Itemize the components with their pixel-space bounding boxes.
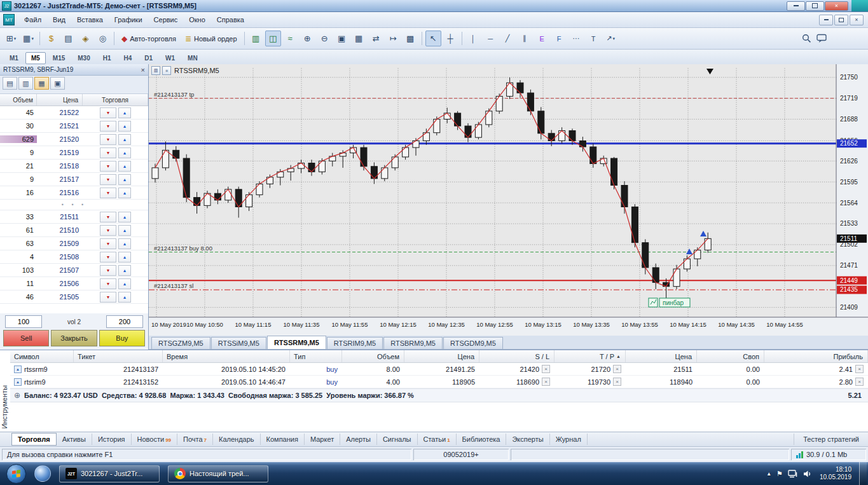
tf-h4[interactable]: H4 bbox=[118, 52, 138, 64]
fibonacci-icon[interactable]: F bbox=[551, 31, 567, 46]
col-price[interactable]: Цена bbox=[404, 350, 479, 362]
tf-m1[interactable]: M1 bbox=[4, 52, 24, 64]
lot-input-2[interactable] bbox=[106, 315, 143, 328]
menu-charts[interactable]: Графики bbox=[109, 13, 148, 26]
tf-d1[interactable]: D1 bbox=[139, 52, 158, 64]
tab-trade[interactable]: Торговля bbox=[11, 433, 57, 446]
hidden-icons-button[interactable]: ▲ bbox=[766, 471, 771, 477]
tf-h1[interactable]: H1 bbox=[97, 52, 117, 64]
close-position-x-button[interactable]: × bbox=[855, 365, 864, 373]
tab-library[interactable]: Библиотека bbox=[457, 434, 507, 445]
profiles-icon[interactable]: ▦▾ bbox=[20, 31, 36, 46]
volume-icon[interactable] bbox=[803, 470, 812, 478]
lot-input-1[interactable] bbox=[5, 315, 42, 328]
arrange-windows-icon[interactable]: ▦ bbox=[351, 31, 367, 46]
tf-m30[interactable]: M30 bbox=[72, 52, 95, 64]
trade-up-button[interactable]: ▴ bbox=[118, 252, 131, 263]
menu-window[interactable]: Окно bbox=[183, 13, 211, 26]
action-center-icon[interactable]: ⚑ bbox=[776, 470, 783, 478]
trade-dropdown-button[interactable]: ▾ bbox=[100, 134, 116, 145]
chat-icon[interactable] bbox=[816, 34, 827, 43]
trade-up-button[interactable]: ▴ bbox=[118, 188, 131, 198]
trade-up-button[interactable]: ▴ bbox=[118, 134, 131, 145]
tf-m5[interactable]: M5 bbox=[25, 52, 46, 64]
trade-dropdown-button[interactable]: ▾ bbox=[100, 292, 116, 303]
trade-dropdown-button[interactable]: ▾ bbox=[100, 265, 116, 276]
tab-history[interactable]: История bbox=[92, 434, 132, 445]
auto-trading-button[interactable]: ◆ Авто-торговля bbox=[117, 32, 181, 45]
strategy-tester-tab[interactable]: Тестер стратегий bbox=[794, 434, 868, 445]
chart-tab-active[interactable]: RTSSRM9,M5 bbox=[267, 336, 326, 349]
maximize-button[interactable] bbox=[806, 1, 824, 11]
child-restore-button[interactable] bbox=[834, 15, 848, 25]
tf-m15[interactable]: M15 bbox=[47, 52, 71, 64]
tab-assets[interactable]: Активы bbox=[57, 434, 92, 445]
tab-company[interactable]: Компания bbox=[261, 434, 305, 445]
menu-file[interactable]: Файл bbox=[18, 13, 47, 26]
grid-icon[interactable]: ▩ bbox=[403, 31, 418, 46]
tile-windows-icon[interactable]: ▣ bbox=[334, 31, 350, 46]
candlestick-chart-icon[interactable]: ◫ bbox=[265, 31, 281, 46]
trade-up-button[interactable]: ▴ bbox=[118, 225, 131, 236]
dom-book-icon[interactable]: ▣ bbox=[50, 77, 65, 90]
close-position-button[interactable]: Закрыть bbox=[51, 330, 97, 346]
chart-area[interactable]: ▥ ≡ RTSSRM9,M5 10 May 201910 May 10:5010… bbox=[149, 64, 868, 336]
sell-button[interactable]: Sell bbox=[3, 330, 49, 346]
trade-up-button[interactable]: ▴ bbox=[118, 278, 131, 289]
dom-trading-mode-icon[interactable]: ▦ bbox=[34, 77, 49, 90]
tab-calendar[interactable]: Календарь bbox=[213, 434, 261, 445]
taskbar-item-mt5[interactable]: J2T 3021267 - Just2Tr... bbox=[59, 465, 160, 482]
taskbar-clock[interactable]: 18:1010.05.2019 bbox=[820, 466, 851, 481]
col-time[interactable]: Время bbox=[163, 350, 290, 362]
market-watch-icon[interactable]: $ bbox=[43, 31, 59, 46]
trade-dropdown-button[interactable]: ▾ bbox=[100, 107, 116, 118]
toolbox-icon[interactable]: ◎ bbox=[95, 31, 111, 46]
tab-experts[interactable]: Эксперты bbox=[506, 434, 549, 445]
dom-ask-row[interactable]: 62921520▾▴ bbox=[0, 133, 148, 146]
trade-up-button[interactable]: ▴ bbox=[118, 147, 131, 158]
remove-tp-button[interactable]: × bbox=[613, 365, 621, 373]
dom-bid-row[interactable]: 6321509▾▴ bbox=[0, 237, 148, 250]
trade-dropdown-button[interactable]: ▾ bbox=[100, 147, 116, 158]
trade-up-button[interactable]: ▴ bbox=[118, 238, 131, 249]
trade-up-button[interactable]: ▴ bbox=[118, 107, 131, 118]
dom-bid-row[interactable]: 1121506▾▴ bbox=[0, 277, 148, 290]
trade-dropdown-button[interactable]: ▾ bbox=[100, 252, 116, 263]
trade-up-button[interactable]: ▴ bbox=[118, 292, 131, 303]
text-icon[interactable]: T bbox=[586, 31, 602, 46]
close-position-x-button[interactable]: × bbox=[855, 378, 864, 386]
dom-ask-row[interactable]: 921519▾▴ bbox=[0, 146, 148, 160]
col-profit[interactable]: Прибыль bbox=[764, 350, 868, 362]
remove-tp-button[interactable]: × bbox=[613, 378, 621, 386]
network-icon[interactable] bbox=[788, 470, 798, 478]
child-minimize-button[interactable] bbox=[819, 15, 833, 25]
chart-shift-icon[interactable]: ⇄ bbox=[368, 31, 384, 46]
navigator-icon[interactable]: ◈ bbox=[78, 31, 93, 46]
trade-dropdown-button[interactable]: ▾ bbox=[100, 188, 116, 198]
position-row[interactable]: ▲rtsrim9 212413152 2019.05.10 14:46:47 b… bbox=[10, 376, 868, 388]
trade-dropdown-button[interactable]: ▾ bbox=[100, 121, 116, 132]
trendline-icon[interactable]: ╱ bbox=[500, 31, 516, 46]
start-button[interactable] bbox=[6, 464, 26, 484]
dom-view1-icon[interactable]: ▤ bbox=[3, 77, 17, 90]
remove-sl-button[interactable]: × bbox=[542, 365, 550, 373]
quick-launch-browser-icon[interactable] bbox=[34, 465, 51, 482]
tab-signals[interactable]: Сигналы bbox=[377, 434, 418, 445]
elliott-icon[interactable]: E bbox=[534, 31, 550, 46]
horizontal-line-icon[interactable]: ─ bbox=[483, 31, 499, 46]
trade-dropdown-button[interactable]: ▾ bbox=[100, 278, 116, 289]
tf-w1[interactable]: W1 bbox=[160, 52, 181, 64]
dom-bid-row[interactable]: 421508▾▴ bbox=[0, 250, 148, 264]
cursor-icon[interactable]: ↖ bbox=[425, 31, 441, 46]
menu-view[interactable]: Вид bbox=[47, 13, 71, 26]
tab-market[interactable]: Маркет bbox=[305, 434, 340, 445]
search-icon[interactable] bbox=[802, 34, 811, 43]
taskbar-item-chrome[interactable]: Настоящий трей... bbox=[168, 465, 268, 482]
channel-icon[interactable]: ∥ bbox=[517, 31, 533, 46]
menu-insert[interactable]: Вставка bbox=[71, 13, 109, 26]
trade-dropdown-button[interactable]: ▾ bbox=[100, 174, 116, 185]
line-chart-icon[interactable]: ≈ bbox=[282, 31, 298, 46]
trade-dropdown-button[interactable]: ▾ bbox=[100, 238, 116, 249]
dom-bid-row[interactable]: 4621505▾▴ bbox=[0, 290, 148, 304]
chart-tab[interactable]: RTSGDM9,M5 bbox=[443, 337, 503, 349]
